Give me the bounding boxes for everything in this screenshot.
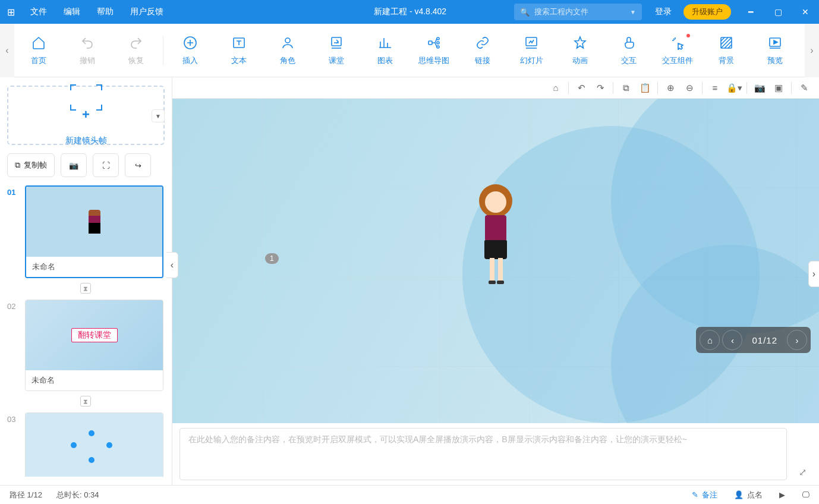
status-naming-button[interactable]: 👤 点名	[734, 490, 763, 500]
menu-edit[interactable]: 编辑	[55, 0, 89, 24]
search-icon: 🔍	[520, 8, 530, 17]
plus-circle-icon	[182, 35, 198, 51]
svg-point-5	[437, 37, 439, 40]
copy-icon: ⧉	[623, 83, 629, 93]
frame-thumbnail: 翻转课堂	[26, 300, 163, 370]
svg-rect-4	[429, 41, 432, 45]
canvas-home-button[interactable]: ⌂	[547, 80, 565, 96]
search-input[interactable]: 🔍 搜索工程内文件 ▼	[514, 4, 642, 20]
frame-item[interactable]: 03	[7, 412, 163, 477]
notification-dot	[686, 34, 690, 37]
new-frame-dropdown[interactable]: ▼	[152, 109, 165, 122]
tool-interact[interactable]: 交互	[604, 35, 653, 66]
nav-home-button[interactable]: ⌂	[700, 330, 720, 350]
zoom-out-button[interactable]: ⊖	[681, 80, 698, 96]
expand-notes-button[interactable]: ⤢	[793, 428, 812, 480]
fit-button[interactable]: ▣	[770, 80, 788, 96]
tool-classroom[interactable]: 课堂	[312, 35, 361, 66]
edit-icon: ✎	[692, 490, 698, 499]
character-element[interactable]	[478, 184, 514, 285]
touch-icon	[621, 35, 637, 51]
rotate-left-icon: ↶	[578, 83, 585, 93]
path-navigator: ⌂ ‹ 01/12 ›	[696, 327, 811, 353]
tool-animation[interactable]: 动画	[556, 35, 604, 66]
tool-component[interactable]: 交互组件	[653, 35, 702, 66]
menu-help[interactable]: 帮助	[89, 0, 122, 24]
tool-preview[interactable]: 预览	[751, 35, 799, 66]
path-button[interactable]: ↪	[125, 153, 151, 177]
frame-thumbnail	[26, 413, 163, 477]
chart-icon	[377, 35, 393, 51]
login-button[interactable]: 登录	[649, 7, 678, 17]
close-button[interactable]: ✕	[792, 0, 819, 24]
frame-item[interactable]: 01 未命名	[7, 185, 163, 278]
tool-link[interactable]: 链接	[458, 35, 507, 66]
star-icon	[572, 35, 588, 51]
frames-list: 01 未命名 ⧗ 02 翻转课堂 未命名 ⧗ 03	[7, 185, 165, 477]
copy-frame-label: 复制帧	[24, 160, 47, 171]
monitor-icon: ▶	[779, 490, 785, 499]
snapshot-button[interactable]: 📷	[751, 80, 768, 96]
edit-button[interactable]: ✎	[795, 80, 813, 96]
status-path: 路径 1/12	[10, 490, 42, 500]
classroom-icon	[329, 35, 344, 51]
paste-icon: 📋	[640, 83, 651, 93]
status-notes-button[interactable]: ✎ 备注	[692, 490, 717, 500]
tool-home-label: 首页	[31, 55, 46, 66]
ribbon-toolbar: ‹ 首页 撤销 恢复 插入 文本 角色 课堂 图表 思维导图 链接	[0, 24, 819, 77]
tool-text[interactable]: 文本	[215, 35, 263, 66]
menu-feedback[interactable]: 用户反馈	[122, 0, 172, 24]
ribbon-scroll-left[interactable]: ‹	[0, 24, 14, 77]
frame-index: 02	[7, 300, 19, 391]
collapse-sidebar-button[interactable]: ‹	[166, 252, 178, 278]
align-icon: ≡	[713, 83, 718, 93]
status-naming-label: 点名	[747, 490, 763, 500]
tool-slide[interactable]: 幻灯片	[507, 35, 556, 66]
collapse-right-button[interactable]: ›	[808, 261, 819, 287]
tool-insert[interactable]: 插入	[166, 35, 215, 66]
tool-redo[interactable]: 恢复	[112, 35, 160, 66]
camera-button[interactable]: 📷	[61, 153, 87, 177]
copy-frame-button[interactable]: ⧉ 复制帧	[7, 153, 55, 177]
canvas-toolbar: ⌂ ↶ ↷ ⧉ 📋 ⊕ ⊖ ≡ 🔒▾ 📷 ▣ ✎	[172, 77, 819, 99]
align-button[interactable]: ≡	[706, 80, 724, 96]
tool-mindmap[interactable]: 思维导图	[410, 35, 458, 66]
ribbon-divider	[163, 36, 163, 65]
tool-classroom-label: 课堂	[329, 55, 344, 66]
nav-next-button[interactable]: ›	[787, 330, 807, 350]
upgrade-button[interactable]: 升级账户	[683, 4, 731, 20]
rotate-right-button[interactable]: ↷	[591, 80, 609, 96]
frame-item[interactable]: 02 翻转课堂 未命名	[7, 300, 163, 391]
hourglass-icon[interactable]: ⧗	[80, 283, 91, 294]
paste-button[interactable]: 📋	[636, 80, 654, 96]
ribbon-scroll-right[interactable]: ›	[805, 24, 819, 77]
path-marker[interactable]: 1	[265, 253, 279, 264]
rotate-left-button[interactable]: ↶	[572, 80, 590, 96]
tool-role[interactable]: 角色	[263, 35, 312, 66]
tool-undo[interactable]: 撤销	[63, 35, 112, 66]
zoom-in-button[interactable]: ⊕	[662, 80, 679, 96]
nav-prev-button[interactable]: ‹	[722, 330, 742, 350]
cursor-click-icon	[670, 35, 685, 51]
status-display-button[interactable]: 🖵	[802, 490, 809, 499]
svg-point-2	[285, 38, 290, 43]
minimize-button[interactable]: ━	[737, 0, 764, 24]
tool-interact-label: 交互	[621, 55, 637, 66]
status-present-button[interactable]: ▶	[779, 490, 785, 499]
zoom-in-icon: ⊕	[667, 83, 675, 93]
lock-icon: 🔒▾	[726, 83, 742, 93]
lock-button[interactable]: 🔒▾	[725, 80, 743, 96]
play-icon	[767, 35, 783, 51]
canvas-viewport[interactable]: 1 ⌂ ‹ 01/12 › ›	[172, 99, 819, 423]
menu-file[interactable]: 文件	[22, 0, 55, 24]
nav-position: 01/12	[745, 335, 785, 345]
notes-input[interactable]	[179, 428, 787, 480]
tool-home[interactable]: 首页	[14, 35, 63, 66]
copy-button[interactable]: ⧉	[617, 80, 635, 96]
tool-background[interactable]: 背景	[702, 35, 751, 66]
tool-chart[interactable]: 图表	[361, 35, 410, 66]
scan-button[interactable]: ⛶	[93, 153, 119, 177]
hourglass-icon[interactable]: ⧗	[80, 396, 91, 407]
maximize-button[interactable]: ▢	[764, 0, 792, 24]
new-frame-button[interactable]: + 新建镜头帧 ▼	[7, 86, 165, 145]
